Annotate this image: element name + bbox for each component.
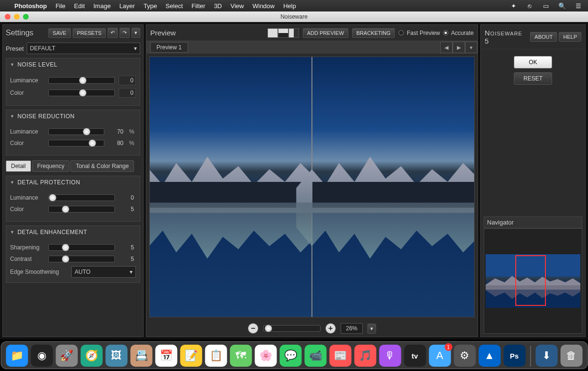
dock-app-facetime[interactable]: 📹 — [304, 345, 326, 367]
menu-view[interactable]: View — [231, 2, 244, 10]
preview-viewport[interactable] — [149, 56, 475, 317]
about-button[interactable]: ABOUT — [530, 32, 557, 42]
dock-app-news[interactable]: 📰 — [329, 345, 351, 367]
dock-app-tv[interactable]: tv — [404, 345, 426, 367]
fast-preview-radio[interactable] — [399, 30, 404, 35]
protection-luminance-slider[interactable] — [48, 194, 115, 201]
menu-image[interactable]: Image — [93, 2, 111, 10]
prev-tab-icon[interactable]: ◀ — [440, 42, 453, 53]
menu-help[interactable]: Help — [283, 2, 296, 10]
dock-app-notes[interactable]: 📝 — [180, 345, 202, 367]
dock-app-safari[interactable]: 🧭 — [80, 345, 102, 367]
dock-app-photos[interactable]: 🌸 — [255, 345, 277, 367]
sharpening-slider[interactable] — [48, 244, 115, 251]
spotlight-icon[interactable]: 🔍 — [558, 2, 566, 10]
displays-icon[interactable]: ▭ — [542, 2, 550, 10]
menuextra-icon[interactable]: ✦ — [510, 2, 517, 10]
menu-type[interactable]: Type — [144, 2, 157, 10]
reset-button[interactable]: RESET — [514, 72, 552, 85]
view-single-icon[interactable] — [267, 28, 278, 38]
menu-select[interactable]: Select — [166, 2, 183, 10]
dock-app-reminders[interactable]: 📋 — [205, 345, 227, 367]
tab-tonal[interactable]: Tonal & Color Range — [70, 160, 134, 172]
dock-app-podcasts[interactable]: 🎙 — [379, 345, 401, 367]
tab-frequency[interactable]: Frequency — [32, 160, 70, 172]
contrast-slider[interactable] — [48, 256, 115, 262]
luminance-reduction-slider[interactable] — [48, 128, 104, 135]
bracketing-button[interactable]: BRACKETING — [352, 28, 395, 38]
help-button[interactable]: HELP — [559, 32, 581, 42]
color-level-slider[interactable] — [48, 90, 115, 96]
redo-icon[interactable]: ↷ — [120, 28, 130, 38]
dock-app-siri[interactable]: ◉ — [31, 345, 53, 367]
tab-detail[interactable]: Detail — [6, 160, 31, 172]
app-name[interactable]: Photoshop — [14, 2, 47, 10]
zoom-out-icon[interactable]: − — [248, 323, 258, 334]
navigator-box[interactable] — [484, 228, 582, 334]
navigator-thumbnail[interactable] — [486, 254, 580, 308]
dock-app-launchpad[interactable]: 🚀 — [55, 345, 78, 367]
zoom-slider[interactable] — [263, 325, 321, 332]
dock-app-trash[interactable]: 🗑 — [560, 345, 582, 367]
dock-app-downloads[interactable]: ⬇ — [535, 345, 557, 367]
slider-value[interactable]: 5 — [119, 243, 136, 252]
maximize-icon[interactable] — [23, 14, 29, 20]
dock-app-photoshop[interactable]: Ps — [503, 345, 525, 367]
dock-app-contacts[interactable]: 📇 — [130, 345, 152, 367]
dock-app-music[interactable]: 🎵 — [354, 345, 376, 367]
tab-menu-icon[interactable]: ▾ — [465, 42, 477, 53]
dock-app-messages[interactable]: 💬 — [279, 345, 301, 367]
preview-tab[interactable]: Preview 1 — [150, 42, 188, 53]
slider-value[interactable]: 5 — [119, 255, 136, 263]
plugin-window: Noiseware Settings SAVE PRESETS ↶ ↷ ▾ Pr… — [0, 11, 588, 339]
dock-app-finder[interactable]: 📁 — [6, 345, 28, 367]
close-icon[interactable] — [5, 14, 11, 20]
disclosure-icon[interactable]: ▼ — [10, 230, 14, 235]
disclosure-icon[interactable]: ▼ — [10, 114, 14, 119]
detail-protection-section: ▼DETAIL PROTECTION Luminance 0 Color 5 — [6, 176, 140, 222]
navigator-viewport-rect[interactable] — [515, 255, 546, 306]
protection-color-slider[interactable] — [48, 206, 115, 213]
dock-app-calendar[interactable]: 📅 — [155, 345, 177, 367]
view-split-icon[interactable] — [288, 28, 299, 38]
menu-edit[interactable]: Edit — [74, 2, 85, 10]
window-titlebar[interactable]: Noiseware — [0, 11, 588, 22]
zoom-value[interactable]: 26% — [341, 323, 363, 334]
view-stacked-icon[interactable] — [278, 28, 288, 38]
dock-app-preview[interactable]: 🖼 — [105, 345, 127, 367]
slider-value[interactable]: 0 — [119, 193, 136, 202]
color-reduction-slider[interactable] — [48, 140, 104, 146]
control-center-icon[interactable]: ☰ — [575, 2, 582, 10]
next-tab-icon[interactable]: ▶ — [453, 42, 465, 53]
undo-icon[interactable]: ↶ — [108, 28, 118, 38]
slider-value[interactable]: 5 — [119, 205, 136, 214]
dock-app-affinity[interactable]: ▲ — [478, 345, 500, 367]
slider-value[interactable]: 0 — [119, 88, 136, 98]
menu-window[interactable]: Window — [253, 2, 275, 10]
menuextra-icon[interactable]: ⎋ — [526, 2, 533, 10]
add-preview-button[interactable]: ADD PREVIEW — [303, 28, 348, 38]
dock-app-settings[interactable]: ⚙ — [454, 345, 476, 367]
edge-select[interactable]: AUTO ▾ — [71, 266, 136, 278]
disclosure-icon[interactable]: ▼ — [10, 180, 14, 185]
dock-app-appstore[interactable]: A1 — [429, 345, 451, 367]
slider-value[interactable]: 0 — [119, 76, 136, 85]
accurate-radio[interactable] — [443, 30, 448, 35]
zoom-dropdown-icon[interactable]: ▾ — [367, 324, 376, 334]
dock-app-maps[interactable]: 🗺 — [230, 345, 252, 367]
history-dropdown-icon[interactable]: ▾ — [132, 28, 140, 38]
menu-file[interactable]: File — [55, 2, 66, 10]
save-button[interactable]: SAVE — [48, 28, 71, 38]
ok-button[interactable]: OK — [514, 56, 552, 68]
minimize-icon[interactable] — [14, 14, 20, 20]
slider-value[interactable]: 80 — [108, 139, 125, 147]
preset-select[interactable]: DEFAULT ▾ — [27, 43, 140, 54]
slider-value[interactable]: 70 — [108, 127, 125, 136]
menu-filter[interactable]: Filter — [191, 2, 205, 10]
menu-3d[interactable]: 3D — [214, 2, 222, 10]
zoom-in-icon[interactable]: + — [325, 323, 336, 334]
disclosure-icon[interactable]: ▼ — [10, 62, 14, 67]
presets-button[interactable]: PRESETS — [73, 28, 106, 38]
luminance-level-slider[interactable] — [48, 77, 115, 84]
menu-layer[interactable]: Layer — [119, 2, 135, 10]
